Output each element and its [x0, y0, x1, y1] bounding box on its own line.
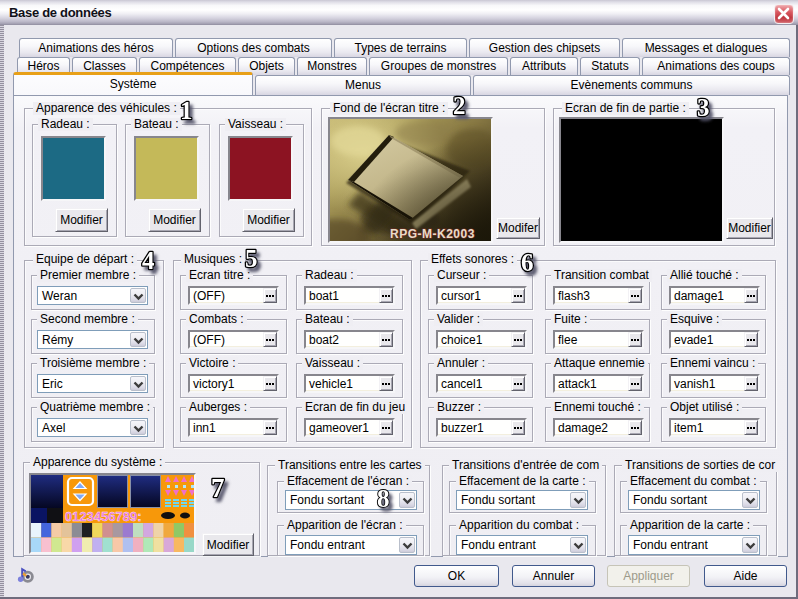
svg-text:6: 6: [521, 249, 534, 276]
svg-text:4: 4: [142, 247, 155, 274]
svg-text:RPG-M-K2003: RPG-M-K2003: [390, 227, 475, 241]
svg-text:3: 3: [697, 94, 710, 121]
svg-text:2: 2: [453, 92, 466, 119]
svg-text:8: 8: [377, 485, 390, 512]
svg-text:1: 1: [180, 97, 193, 124]
svg-text:7: 7: [211, 473, 225, 503]
svg-text:5: 5: [245, 245, 258, 272]
svg-text:0123456789:: 0123456789:: [65, 509, 142, 524]
